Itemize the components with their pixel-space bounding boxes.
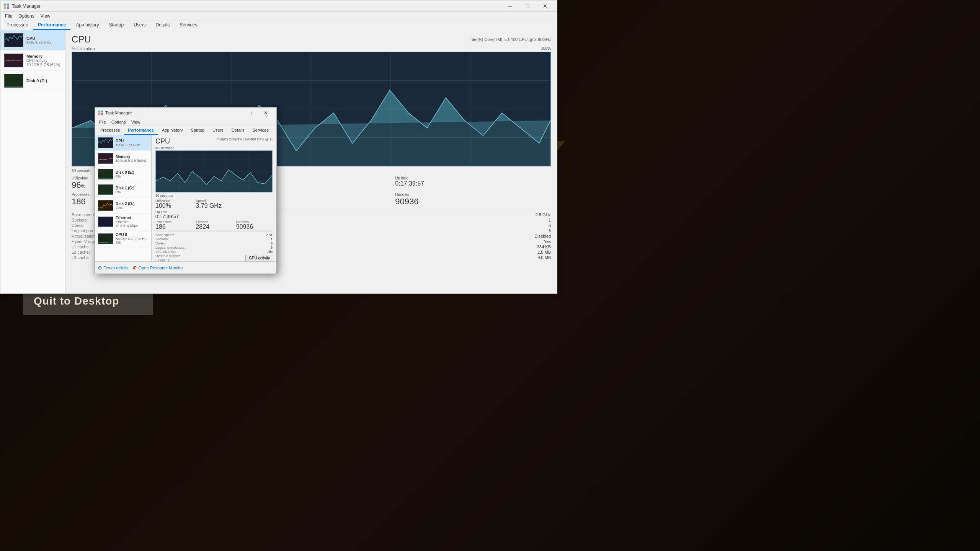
svg-rect-3: [7, 7, 9, 9]
full-util-label: % Utilization: [72, 46, 95, 51]
full-minimize-button[interactable]: ─: [501, 0, 519, 12]
small-tab-details[interactable]: Details: [228, 126, 248, 135]
small-tab-services[interactable]: Services: [248, 126, 272, 135]
small-logical-key: Logical processors:: [155, 246, 224, 249]
small-sidebar-disk1[interactable]: Disk 1 (C:) 0%: [95, 182, 151, 198]
full-tab-apphistory[interactable]: App history: [71, 20, 103, 30]
full-virt-val: Disabled: [311, 234, 551, 238]
small-disk1-val: 0%: [116, 190, 148, 194]
full-tab-users[interactable]: Users: [129, 20, 150, 30]
small-eth-info: Ethernet Ethernet S: 0 R: 0 Kbps: [116, 216, 148, 228]
full-base-speed-val: 2.8 GHz: [311, 212, 551, 217]
full-menubar: File Options View: [0, 12, 557, 20]
full-cpu-info: CPU 96% 3.79 GHz: [26, 36, 61, 45]
full-menu-view[interactable]: View: [38, 13, 54, 20]
full-tab-details[interactable]: Details: [151, 20, 174, 30]
taskmanager-small-window: Task Manager ─ □ ✕ File Options View Pro…: [95, 107, 277, 274]
small-sidebar: CPU 100% 3.79 GHz Memory 10.5/15.9 GB (6…: [95, 135, 152, 263]
full-maximize-button[interactable]: □: [519, 0, 536, 12]
full-handle-label: Handles: [395, 192, 551, 197]
small-cpu-val1: 100% 3.79 GHz: [116, 143, 148, 147]
full-disk0-info: Disk 0 (E:): [26, 78, 61, 83]
small-sidebar-gpu[interactable]: GPU 0 NVIDIA GeForce RTX 3070 Ti 6%: [95, 230, 151, 247]
small-eth-sparkline: [98, 217, 113, 227]
small-base-speed-val: 2.81: [227, 233, 273, 237]
small-handle-stat-val: 90936: [236, 224, 273, 230]
small-tabbar: Processes Performance App history Startu…: [95, 126, 276, 135]
small-cpu-info: CPU 100% 3.79 GHz: [116, 139, 148, 147]
taskmanager-icon: [3, 3, 10, 9]
small-tab-users[interactable]: Users: [209, 126, 227, 135]
full-tab-performance[interactable]: Performance: [33, 20, 70, 30]
small-sidebar-disk2[interactable]: Disk 2 (D:) 70%: [95, 198, 151, 214]
small-disk2-val: 70%: [116, 206, 148, 210]
small-stat-utilization: Utilization 100%: [155, 199, 192, 209]
full-mem-info: Memory CPU activity 10.1/15.9 GB (64%): [26, 54, 61, 67]
full-menu-file[interactable]: File: [2, 13, 15, 20]
full-tab-services[interactable]: Services: [175, 20, 202, 30]
full-sidebar-memory[interactable]: Memory CPU activity 10.1/15.9 GB (64%): [0, 51, 65, 71]
small-titlebar: Task Manager ─ □ ✕: [95, 108, 276, 118]
full-cores-val: 6: [311, 223, 551, 228]
small-disk0-val: 0%: [116, 174, 148, 178]
small-gpu-sparkline: [98, 233, 113, 244]
small-gpu-info: GPU 0 NVIDIA GeForce RTX 3070 Ti 6%: [116, 233, 148, 245]
small-tab-performance[interactable]: Performance: [124, 126, 157, 135]
svg-rect-1: [7, 3, 9, 6]
small-tab-apphistory[interactable]: App history: [158, 126, 187, 135]
small-sidebar-memory[interactable]: Memory 10.5/15.9 GB (66%): [95, 151, 151, 166]
fewer-details-button[interactable]: Fewer details: [98, 266, 128, 270]
full-cpu-sparkline: [4, 33, 23, 47]
small-menu-view[interactable]: View: [129, 119, 143, 125]
small-virt-val: Dis: [227, 250, 273, 254]
small-time-label: 60 seconds: [155, 194, 273, 197]
small-disk1-name: Disk 1 (C:): [116, 186, 148, 190]
open-resource-monitor-button[interactable]: Open Resource Monitor: [133, 266, 183, 270]
small-disk0-name: Disk 0 (E:): [116, 170, 148, 174]
small-uptime-stat-val: 0:17:39:57: [155, 214, 273, 219]
small-menu-options[interactable]: Options: [109, 119, 129, 125]
full-mem-val2: 10.1/15.9 GB (64%): [26, 63, 61, 67]
small-virt-key: Virtualization:: [155, 250, 224, 254]
small-sidebar-disk0[interactable]: Disk 0 (E:) 0%: [95, 166, 151, 182]
full-content: CPU 96% 3.79 GHz Memory CPU activity 10.…: [0, 30, 557, 293]
small-menu-file[interactable]: File: [96, 119, 109, 125]
small-mem-sparkline: [98, 153, 113, 164]
small-minimize-button[interactable]: ─: [227, 108, 243, 118]
full-tabbar: Processes Performance App history Startu…: [0, 20, 557, 30]
small-sidebar-cpu[interactable]: CPU 100% 3.79 GHz: [95, 135, 151, 151]
small-cpu-sparkline: [98, 137, 113, 148]
small-util-stat-val: 100%: [155, 203, 192, 209]
small-sidebar-ethernet[interactable]: Ethernet Ethernet S: 0 R: 0 Kbps: [95, 214, 151, 230]
svg-rect-15: [98, 113, 100, 115]
full-menu-options[interactable]: Options: [15, 13, 37, 20]
small-main-area: CPU Intel(R) Core(TM) i5-8400 CPU @ 2. %…: [152, 135, 276, 263]
small-tab-processes[interactable]: Processes: [96, 126, 124, 135]
small-disk2-sparkline: [98, 200, 113, 211]
small-eth-name: Ethernet: [116, 216, 148, 220]
small-eth-val2: S: 0 R: 0 Kbps: [116, 224, 148, 228]
small-logical-val: 6: [227, 246, 273, 249]
full-tab-startup[interactable]: Startup: [104, 20, 128, 30]
full-sidebar-disk0[interactable]: Disk 0 (E:): [0, 71, 65, 91]
gpu-activity-button[interactable]: GPU activity: [245, 255, 273, 261]
small-menubar: File Options View: [95, 118, 276, 126]
small-mem-val: 10.5/15.9 GB (66%): [116, 159, 148, 163]
small-stat-processes: Processes 186: [155, 220, 192, 230]
full-100-label: 100%: [541, 46, 551, 52]
fewer-details-label: Fewer details: [103, 266, 128, 270]
small-titlebar-left: Task Manager: [98, 110, 132, 116]
small-sockets-key: Sockets:: [155, 237, 224, 241]
full-tab-processes[interactable]: Processes: [2, 20, 33, 30]
full-close-button[interactable]: ✕: [536, 0, 554, 12]
full-handle-val: 90936: [395, 197, 551, 207]
small-sockets-val: 1: [227, 237, 273, 241]
small-tab-startup[interactable]: Startup: [187, 126, 208, 135]
small-stats-grid: Utilization 100% Speed 3.79 GHz Up time …: [155, 199, 273, 230]
small-cpu-title: CPU: [155, 137, 170, 145]
small-gpu-val1: NVIDIA GeForce RTX 3070 Ti: [116, 237, 148, 241]
full-mem-sparkline: [4, 54, 23, 67]
small-close-button[interactable]: ✕: [258, 108, 273, 118]
full-sidebar-cpu[interactable]: CPU 96% 3.79 GHz: [0, 30, 65, 51]
small-maximize-button[interactable]: □: [243, 108, 258, 118]
